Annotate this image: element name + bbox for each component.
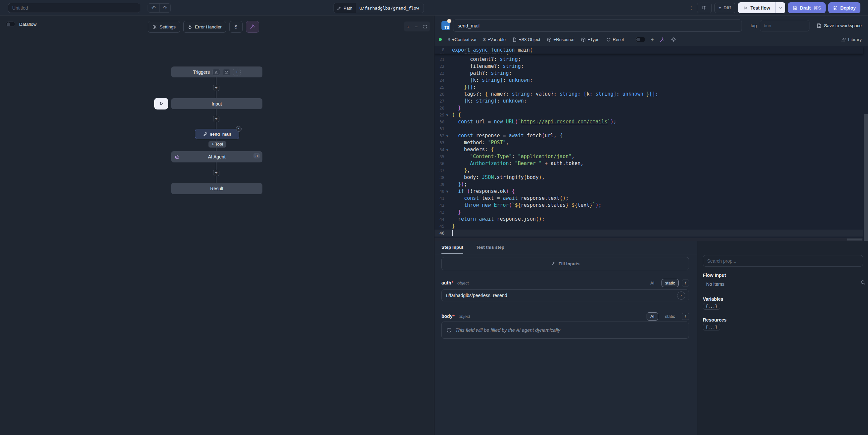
node-triggers[interactable]: Triggers + [171, 66, 262, 77]
toolbar-s3object-button[interactable]: +S3 Object [512, 37, 540, 42]
diff-mode-icon[interactable]: ± [651, 37, 654, 42]
variables-object-badge[interactable]: {...} [703, 303, 720, 310]
code-line[interactable]: 41 const text = await response.text(); [434, 195, 863, 202]
flow-canvas[interactable]: Dataflow Settings Error Handler $ + − [0, 15, 434, 435]
toolbar-type-button[interactable]: +Type [581, 37, 600, 42]
test-flow-button[interactable]: Test flow [738, 2, 776, 13]
undo-button[interactable]: ↶ [148, 4, 159, 12]
insert-step-button[interactable]: + [213, 85, 219, 91]
toolbar-resource-button[interactable]: +Resource [547, 37, 575, 42]
plus-minus-icon: ± [719, 5, 721, 10]
code-line[interactable]: 25 }[]; [434, 84, 863, 91]
code-line[interactable]: 26 tags?: { name?: string; value?: strin… [434, 91, 863, 98]
code-line[interactable]: 30 const url = new URL(`https://api.rese… [434, 118, 863, 125]
code-line[interactable]: 23 path?: string; [434, 70, 863, 77]
node-result[interactable]: Result [171, 183, 262, 194]
email-trigger-icon[interactable] [223, 69, 230, 75]
body-mode-ai-button[interactable]: AI [647, 312, 658, 320]
prop-search-input[interactable] [703, 255, 863, 267]
deploy-button[interactable]: Deploy [828, 2, 860, 13]
code-line[interactable]: 38 body: JSON.stringify(body), [434, 174, 863, 181]
code-line[interactable]: 34∨ headers: { [434, 146, 863, 153]
dataflow-toggle[interactable] [6, 22, 15, 27]
node-ai-agent[interactable]: AI Agent a [171, 151, 262, 162]
tab-test-this-step[interactable]: Test this step [476, 241, 504, 254]
clear-auth-button[interactable]: × [677, 291, 685, 300]
code-line[interactable]: 27 [k: string]: unknown; [434, 98, 863, 104]
zoom-in-button[interactable]: + [407, 24, 410, 29]
add-tool-button[interactable]: + Tool [209, 141, 226, 148]
run-input-button[interactable] [154, 98, 168, 110]
settings-button[interactable]: Settings [148, 21, 180, 33]
fill-inputs-button[interactable]: Fill inputs [441, 257, 689, 270]
expression-mode-button[interactable]: ƒ [682, 313, 689, 320]
flow-summary-input[interactable] [8, 3, 140, 13]
error-handler-button[interactable]: Error Handler [183, 21, 226, 33]
zoom-out-button[interactable]: − [415, 24, 417, 29]
code-line[interactable]: 40∨ if (!response.ok) { [434, 188, 863, 195]
kebab-menu-icon[interactable]: ⋮ [688, 5, 694, 11]
code-line[interactable]: 36 Authorization: "Bearer " + auth.token… [434, 160, 863, 167]
code-line[interactable]: 42 throw new Error(`${response.status} $… [434, 202, 863, 209]
toolbar-variable-button[interactable]: $+Variable [483, 37, 506, 42]
fold-chevron-icon[interactable]: ∨ [444, 146, 450, 153]
fold-chevron-icon[interactable]: ∨ [444, 188, 450, 195]
code-line[interactable]: 46 [434, 229, 863, 237]
code-line[interactable]: 32∨ const response = await fetch(url, { [434, 132, 863, 139]
path-chip[interactable]: Path u/farhadglbs/grand_flow [334, 3, 424, 13]
insert-step-button[interactable]: + [213, 170, 219, 176]
code-line[interactable]: 39 }); [434, 181, 863, 188]
code-line[interactable]: 24 [k: string]: unknown; [434, 77, 863, 84]
save-to-workspace-button[interactable]: Save to workspace [816, 23, 862, 28]
auth-mode-ai-button[interactable]: AI [647, 279, 658, 287]
script-name-input[interactable] [453, 20, 742, 32]
wand-icon [551, 261, 556, 266]
diff-button[interactable]: ± Diff [714, 3, 735, 13]
code-line[interactable]: 28 } [434, 104, 863, 112]
code-line[interactable]: 29∨) { [434, 112, 863, 118]
webhook-trigger-icon[interactable] [212, 69, 220, 75]
code-line[interactable]: 45} [434, 223, 863, 229]
test-flow-dropdown[interactable] [775, 2, 785, 13]
search-icon[interactable] [860, 280, 866, 285]
line-number: 43 [434, 209, 444, 216]
body-field-type: object [459, 314, 470, 319]
editor-settings-icon[interactable] [671, 37, 676, 42]
resources-object-badge[interactable]: {...} [703, 324, 720, 331]
insert-step-button[interactable]: + [213, 116, 219, 122]
auth-mode-static-button[interactable]: static [661, 279, 679, 287]
body-mode-static-button[interactable]: static [661, 312, 679, 320]
code-line[interactable]: 35 "Content-Type": "application/json", [434, 153, 863, 160]
code-line[interactable]: 21 content?: string; [434, 56, 863, 63]
editor-vertical-scrollbar[interactable] [863, 46, 868, 238]
toolbar-reset-button[interactable]: Reset [606, 37, 624, 42]
code-line[interactable]: 33 method: "POST", [434, 139, 863, 146]
code-line[interactable]: 44 return await response.json(); [434, 216, 863, 223]
code-line[interactable]: 37 }, [434, 167, 863, 174]
docs-button[interactable] [697, 3, 712, 13]
editor-horizontal-scrollbar[interactable] [434, 238, 863, 241]
toolbar-contextvar-button[interactable]: $+Context var [448, 37, 476, 42]
code-editor[interactable]: 20∨ attachments?: {21 content?: string;2… [434, 46, 868, 241]
fold-chevron-icon[interactable]: ∨ [444, 132, 450, 139]
expression-mode-button[interactable]: ƒ [682, 280, 689, 286]
draft-button[interactable]: Draft ⌘S [788, 2, 826, 13]
node-send-mail[interactable]: send_mail × [195, 129, 239, 139]
fold-chevron-icon[interactable]: ∨ [444, 112, 450, 118]
tag-input[interactable] [760, 20, 809, 31]
tab-step-input[interactable]: Step Input [441, 241, 463, 254]
fit-view-button[interactable] [423, 25, 427, 29]
code-line[interactable]: 43 } [434, 209, 863, 216]
redo-button[interactable]: ↷ [159, 4, 170, 12]
dollar-button[interactable]: $ [229, 21, 243, 33]
node-input[interactable]: Input [171, 98, 262, 109]
code-line[interactable]: 22 filename?: string; [434, 63, 863, 70]
code-line[interactable]: 31 [434, 125, 863, 132]
ai-edit-icon[interactable] [659, 37, 665, 42]
ai-wand-button[interactable] [246, 21, 259, 33]
add-trigger-button[interactable]: + [233, 69, 241, 75]
library-button[interactable]: Library [841, 37, 862, 42]
auth-value-input[interactable] [441, 289, 689, 301]
assistant-toggle[interactable] [636, 37, 645, 42]
remove-step-button[interactable]: × [236, 126, 242, 132]
